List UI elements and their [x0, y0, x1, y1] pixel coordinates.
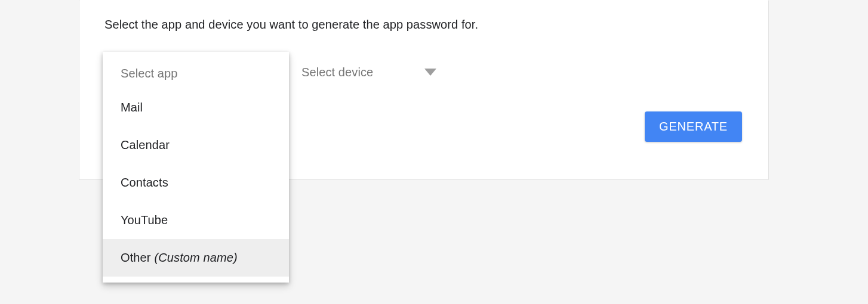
- chevron-down-icon: [424, 69, 436, 76]
- dropdown-item-label: YouTube: [121, 213, 168, 227]
- app-option-calendar[interactable]: Calendar: [103, 126, 289, 164]
- select-device-label: Select device: [301, 66, 373, 79]
- dropdown-item-suffix: (Custom name): [155, 251, 238, 265]
- app-option-mail[interactable]: Mail: [103, 89, 289, 126]
- dropdown-item-label: Contacts: [121, 176, 168, 190]
- dropdown-item-label: Other: [121, 251, 151, 265]
- app-option-contacts[interactable]: Contacts: [103, 164, 289, 201]
- generate-button[interactable]: GENERATE: [645, 111, 742, 142]
- select-app-dropdown-menu: Select app Mail Calendar Contacts YouTub…: [103, 52, 289, 283]
- app-option-other[interactable]: Other (Custom name): [103, 239, 289, 277]
- app-option-youtube[interactable]: YouTube: [103, 201, 289, 239]
- select-app-placeholder: Select app: [103, 58, 289, 89]
- dropdown-item-label: Mail: [121, 101, 143, 114]
- dropdown-item-label: Calendar: [121, 138, 170, 152]
- instruction-text: Select the app and device you want to ge…: [104, 18, 478, 32]
- select-device-dropdown[interactable]: Select device: [301, 61, 436, 83]
